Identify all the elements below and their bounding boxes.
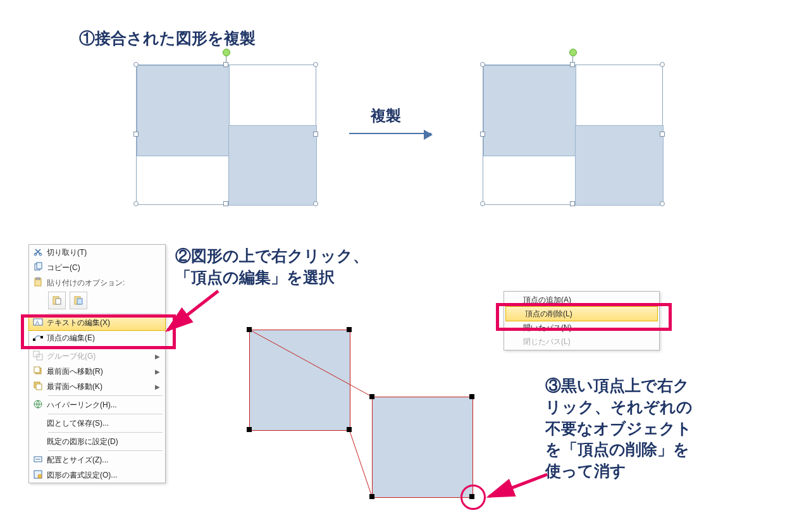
- vertex-dot[interactable]: [369, 394, 374, 399]
- sel-handle[interactable]: [223, 201, 228, 206]
- submenu-arrow-icon: ▶: [155, 353, 161, 360]
- vertex-dot[interactable]: [347, 327, 352, 332]
- menu-item-group[interactable]: グループ化(G) ▶: [29, 349, 165, 364]
- menu-item-paste-header: 貼り付けのオプション:: [29, 275, 165, 290]
- menu-item-label: 閉じたパス(L): [523, 337, 571, 347]
- scissors-icon: [29, 247, 47, 259]
- menu-item-label: 貼り付けのオプション:: [47, 278, 161, 288]
- menu-item-label: 最背面へ移動(K): [47, 381, 155, 392]
- rotation-handle[interactable]: [223, 49, 230, 56]
- sel-handle[interactable]: [313, 62, 318, 67]
- menu-item-set-default[interactable]: 既定の図形に設定(D): [29, 434, 165, 449]
- step3-heading: ③黒い頂点上で右ク リック、それぞれの 不要なオブジェクト を「頂点の削除」を …: [545, 375, 693, 482]
- highlight-box-context-menu: [21, 314, 176, 349]
- menu-item-cut[interactable]: 切り取り(T): [29, 245, 165, 260]
- menu-item-hyperlink[interactable]: ハイパーリンク(H)...: [29, 397, 165, 412]
- paste-option-button[interactable]: [70, 292, 87, 309]
- menu-item-label: 既定の図形に設定(D): [47, 436, 161, 447]
- clipboard-icon: [29, 277, 47, 289]
- menu-separator: [48, 450, 163, 451]
- menu-separator: [48, 395, 163, 396]
- vertex-dot[interactable]: [469, 394, 474, 399]
- sel-handle[interactable]: [313, 132, 318, 137]
- submenu-arrow-icon: ▶: [155, 368, 161, 375]
- svg-line-25: [249, 330, 372, 397]
- svg-line-27: [489, 474, 547, 497]
- menu-item-bring-front[interactable]: 最前面へ移動(R) ▶: [29, 364, 165, 379]
- menu-item-size-pos[interactable]: 配置とサイズ(Z)...: [29, 452, 165, 467]
- size-pos-icon: [29, 454, 47, 466]
- highlight-box-vertex-menu: [496, 303, 672, 331]
- menu-item-label: コピー(C): [47, 263, 161, 273]
- menu-item-closed-path[interactable]: 閉じたパス(L): [504, 335, 659, 349]
- sel-handle[interactable]: [480, 62, 485, 67]
- sel-handle[interactable]: [480, 132, 485, 137]
- menu-item-label: グループ化(G): [47, 351, 155, 362]
- shape-context-menu[interactable]: 切り取り(T) コピー(C) 貼り付けのオプション: A: [28, 244, 166, 483]
- duplicated-shape-bounds: [483, 65, 663, 205]
- menu-separator: [48, 313, 163, 314]
- sel-handle[interactable]: [313, 201, 318, 206]
- sel-handle[interactable]: [660, 132, 665, 137]
- menu-item-label: 切り取り(T): [47, 247, 161, 258]
- edit-points-connector: [249, 330, 477, 507]
- duplicate-arrow: [349, 133, 431, 134]
- vertex-dot[interactable]: [247, 427, 252, 432]
- svg-rect-3: [37, 263, 42, 269]
- menu-item-send-back[interactable]: 最背面へ移動(K) ▶: [29, 379, 165, 394]
- vertex-dot[interactable]: [347, 427, 352, 432]
- rotation-handle[interactable]: [569, 49, 577, 56]
- duplicated-shape-part-a: [483, 65, 576, 156]
- source-shape-bounds: [136, 65, 316, 205]
- submenu-arrow-icon: ▶: [155, 383, 161, 390]
- sel-handle[interactable]: [133, 62, 139, 67]
- step1-heading: ①接合された図形を複製: [79, 28, 256, 49]
- sel-handle[interactable]: [570, 201, 575, 206]
- paste-options: [29, 290, 165, 312]
- menu-item-copy[interactable]: コピー(C): [29, 260, 165, 275]
- format-shape-icon: [29, 469, 47, 481]
- step2-heading: ②図形の上で右クリック、 「頂点の編集」を選択: [175, 245, 369, 288]
- sel-handle[interactable]: [660, 62, 665, 67]
- sel-handle[interactable]: [133, 201, 139, 206]
- send-back-icon: [29, 381, 47, 393]
- menu-item-label: 図形の書式設定(O)...: [47, 470, 161, 481]
- pink-arrow-step3: [478, 468, 560, 512]
- source-shape-part-a: [137, 65, 230, 156]
- menu-item-save-as-picture[interactable]: 図として保存(S)...: [29, 416, 165, 431]
- sel-handle[interactable]: [133, 132, 139, 137]
- pink-arrow-step2: [155, 285, 231, 348]
- sel-handle[interactable]: [223, 62, 228, 67]
- vertex-dot[interactable]: [247, 327, 252, 332]
- menu-separator: [48, 414, 163, 414]
- bring-front-icon: [29, 366, 47, 378]
- paste-option-button[interactable]: [48, 292, 66, 309]
- svg-line-24: [168, 291, 218, 330]
- duplicate-label: 複製: [371, 106, 401, 126]
- menu-separator: [48, 432, 163, 433]
- menu-item-format-shape[interactable]: 図形の書式設定(O)...: [29, 467, 165, 483]
- sel-handle[interactable]: [480, 201, 485, 206]
- menu-item-label: ハイパーリンク(H)...: [47, 400, 161, 411]
- svg-rect-7: [56, 299, 61, 304]
- sel-handle[interactable]: [660, 201, 665, 206]
- svg-rect-17: [34, 367, 40, 373]
- svg-line-26: [349, 430, 372, 497]
- svg-rect-5: [36, 278, 40, 280]
- menu-item-label: 配置とサイズ(Z)...: [47, 455, 161, 466]
- menu-item-label: 図として保存(S)...: [47, 418, 161, 429]
- svg-rect-9: [77, 299, 82, 304]
- svg-point-23: [38, 474, 42, 478]
- copy-icon: [29, 262, 47, 274]
- svg-rect-19: [36, 384, 42, 390]
- group-icon: [29, 350, 47, 362]
- vertex-dot[interactable]: [369, 494, 374, 499]
- menu-item-label: 最前面へ移動(R): [47, 366, 155, 377]
- duplicated-shape-part-b: [575, 125, 664, 206]
- hyperlink-icon: [29, 399, 47, 411]
- source-shape-part-b: [228, 125, 317, 206]
- sel-handle[interactable]: [570, 62, 575, 67]
